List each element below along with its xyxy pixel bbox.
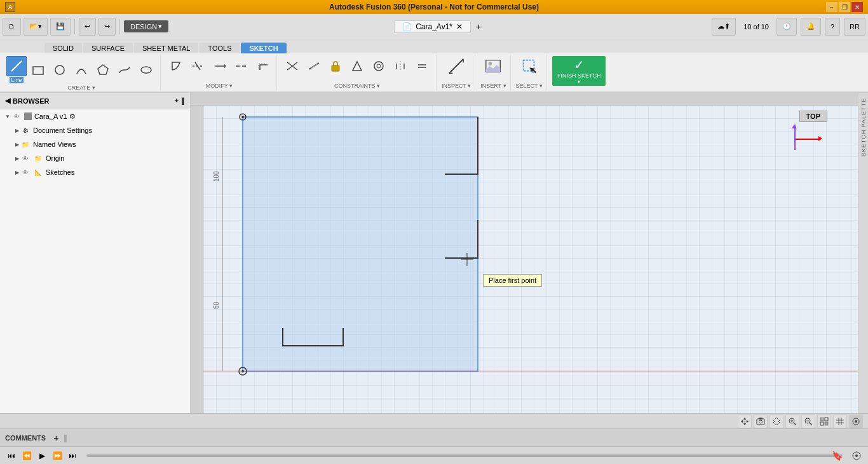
arc-tool[interactable] <box>71 60 92 80</box>
browser-collapse-icon[interactable]: ‖ <box>181 97 185 105</box>
notifications-button[interactable]: 🔔 <box>801 18 821 36</box>
sketch-palette-label[interactable]: SKETCH PALETTE <box>859 93 868 161</box>
close-button[interactable]: ✕ <box>851 2 863 12</box>
file-icon: 📄 <box>402 22 412 31</box>
cara-av1-settings-icon[interactable]: ⚙ <box>69 113 76 121</box>
origin-visibility-icon[interactable]: 👁 <box>20 153 31 163</box>
canvas[interactable]: 100 50 TOP Place first point <box>191 93 858 413</box>
browser-item-origin[interactable]: ▶ 👁 📁 Origin <box>0 151 190 165</box>
dim-label-50: 50 <box>213 301 220 309</box>
new-button[interactable]: 🗋 <box>3 18 21 36</box>
pan-button[interactable] <box>770 414 783 428</box>
collinear-tool[interactable] <box>304 56 324 76</box>
grid-button[interactable] <box>833 414 847 428</box>
playback-start-button[interactable]: ⏮ <box>5 449 18 462</box>
comments-collapse-icon[interactable]: ‖ <box>64 433 67 442</box>
cloud-upload-button[interactable]: ☁⬆ <box>712 18 736 36</box>
finish-sketch-button[interactable]: ✓ FINISH SKETCH ▾ <box>552 56 606 86</box>
offset-tool[interactable] <box>252 56 273 76</box>
tab-solid[interactable]: SOLID <box>44 43 82 53</box>
history-button[interactable]: 🕐 <box>776 18 797 36</box>
timeline-bar[interactable]: 🔖 <box>86 454 843 457</box>
lock-tool[interactable] <box>325 56 346 76</box>
move-tool-button[interactable] <box>738 414 752 428</box>
extend-tool[interactable] <box>209 56 229 76</box>
break-tool[interactable] <box>231 56 251 76</box>
sidebar-nav-back[interactable]: ◀ <box>5 97 10 105</box>
coincident-tool[interactable] <box>282 56 302 76</box>
tab-sketch[interactable]: SKETCH <box>241 43 286 53</box>
zoom-fit-button[interactable] <box>785 414 799 428</box>
timeline-marker-icon[interactable]: 🔖 <box>832 451 843 461</box>
add-tab-button[interactable]: + <box>471 20 486 33</box>
playback-prev-button[interactable]: ⏪ <box>20 449 33 462</box>
concentric-tool[interactable] <box>369 56 389 76</box>
equal-tool[interactable] <box>412 56 432 76</box>
svg-line-22 <box>449 59 464 74</box>
doc-settings-chevron[interactable]: ▶ <box>15 128 19 133</box>
design-button[interactable]: DESIGN ▾ <box>124 20 168 32</box>
named-views-chevron[interactable]: ▶ <box>15 142 19 147</box>
ribbon-group-modify: MODIFY ▾ <box>162 55 277 90</box>
user-button[interactable]: RR <box>844 18 865 36</box>
doc-settings-gear-icon: ⚙ <box>20 125 31 135</box>
select-tool[interactable] <box>519 56 539 76</box>
save-button[interactable]: 💾 <box>50 18 71 36</box>
sketches-chevron[interactable]: ▶ <box>15 170 19 175</box>
cara-av1-visibility-icon[interactable]: 👁 <box>11 111 22 121</box>
redo-button[interactable]: ↪ <box>98 18 116 36</box>
svg-rect-39 <box>825 418 828 421</box>
line-tool[interactable] <box>6 56 27 76</box>
create-group-title: CREATE ▾ <box>67 83 95 91</box>
browser-item-cara-av1[interactable]: ▼ 👁 Cara_A v1 ⚙ <box>0 109 190 123</box>
constraints-tools <box>282 56 432 76</box>
create-tools: Line <box>6 56 156 83</box>
browser-item-named-views[interactable]: ▶ 📁 Named Views <box>0 137 190 151</box>
midpoint-tool[interactable] <box>347 56 367 76</box>
browser-item-sketches[interactable]: ▶ 👁 📐 Sketches <box>0 165 190 179</box>
sketch-canvas[interactable]: 100 50 <box>203 106 858 413</box>
tab-close-icon[interactable]: ✕ <box>456 22 463 31</box>
tab-tools[interactable]: TOOLS <box>200 43 240 53</box>
camera-button[interactable] <box>754 414 768 428</box>
top-view-label[interactable]: TOP <box>799 111 827 122</box>
spline-tool[interactable] <box>114 60 135 80</box>
file-tab[interactable]: 📄 Cara_Av1* ✕ <box>394 20 471 33</box>
playback-end-button[interactable]: ⏭ <box>66 449 79 462</box>
settings-button[interactable] <box>849 414 863 428</box>
polygon-tool[interactable] <box>93 60 113 80</box>
cara-av1-chevron[interactable]: ▼ <box>5 114 10 119</box>
rectangle-tool[interactable] <box>28 60 48 80</box>
circle-tool[interactable] <box>50 60 70 80</box>
undo-button[interactable]: ↩ <box>79 18 96 36</box>
measure-tool[interactable] <box>446 56 466 76</box>
trim-tool[interactable] <box>187 56 208 76</box>
tab-sheet-metal[interactable]: SHEET METAL <box>134 43 198 53</box>
sketches-visibility-icon[interactable]: 👁 <box>20 167 31 177</box>
display-mode-button[interactable] <box>817 414 831 428</box>
comments-expand-button[interactable]: + <box>53 433 58 443</box>
svg-line-0 <box>11 61 22 71</box>
playback-play-button[interactable]: ▶ <box>36 449 48 462</box>
tab-surface[interactable]: SURFACE <box>83 43 133 53</box>
browser-add-icon[interactable]: + <box>175 97 179 105</box>
svg-point-47 <box>855 420 857 423</box>
origin-chevron[interactable]: ▶ <box>15 156 19 161</box>
browser-item-doc-settings[interactable]: ▶ ⚙ Document Settings <box>0 123 190 137</box>
svg-marker-16 <box>353 62 362 71</box>
svg-rect-38 <box>820 418 824 421</box>
open-button[interactable]: 📂▾ <box>24 18 48 36</box>
redo-icon: ↪ <box>104 22 110 31</box>
insert-image-tool[interactable] <box>483 56 503 76</box>
help-button[interactable]: ? <box>825 18 840 36</box>
zoom-window-button[interactable] <box>801 414 815 428</box>
fillet-tool[interactable] <box>166 56 186 76</box>
ribbon-group-create: Line CREATE ▾ <box>3 55 161 90</box>
ellipse-tool[interactable] <box>136 60 156 80</box>
svg-rect-41 <box>825 422 828 425</box>
timeline-settings-button[interactable] <box>850 449 863 462</box>
restore-button[interactable]: ❐ <box>839 2 850 12</box>
symmetric-tool[interactable] <box>390 56 410 76</box>
playback-next-button[interactable]: ⏩ <box>51 449 64 462</box>
minimize-button[interactable]: − <box>826 2 837 12</box>
